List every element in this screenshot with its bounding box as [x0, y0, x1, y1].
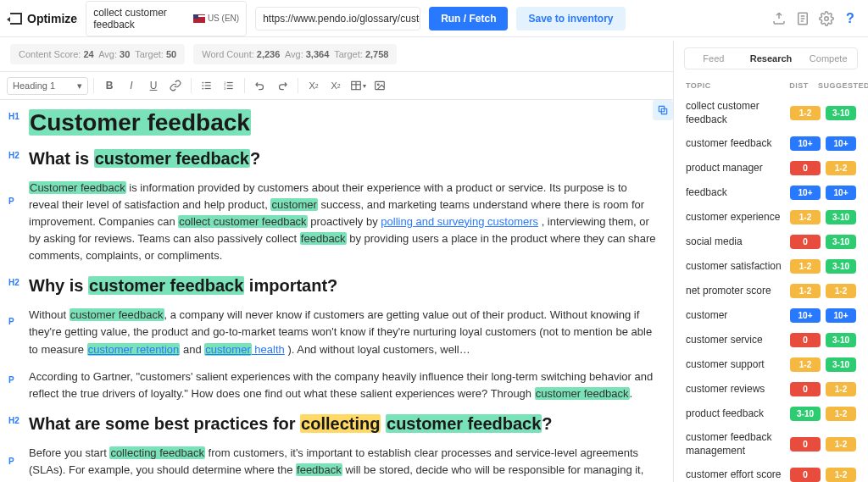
- topic-row[interactable]: customer satisfaction1-23-10: [674, 254, 868, 279]
- svg-point-4: [825, 16, 829, 20]
- suggested-badge: 10+: [826, 308, 856, 323]
- export-icon[interactable]: [771, 11, 787, 26]
- bold-button[interactable]: B: [99, 75, 120, 96]
- content-score-metric: Content Score: 24 Avg: 30 Target: 50: [10, 44, 185, 64]
- svg-text:3: 3: [224, 87, 225, 91]
- suggested-badge: 3-10: [826, 210, 856, 224]
- topic-row[interactable]: product feedback3-101-2: [674, 402, 868, 426]
- topic-name: feedback: [686, 186, 785, 200]
- subscript-button[interactable]: X2: [303, 75, 324, 96]
- sidebar: Feed Research Compete TOPIC DIST SUGGEST…: [673, 41, 868, 482]
- tab-research[interactable]: Research: [743, 48, 800, 69]
- paragraph[interactable]: Customer feedback is information provide…: [29, 180, 658, 265]
- dist-badge: 1-2: [790, 210, 821, 224]
- editor-area: Heading 1▾ B I U 123 X2 X2 ▾ H1 Customer…: [0, 71, 673, 482]
- svg-point-21: [377, 84, 379, 86]
- paragraph[interactable]: Before you start collecting feedback fro…: [29, 445, 658, 482]
- topic-name: customer service: [686, 334, 785, 347]
- dist-badge: 0: [790, 161, 821, 175]
- topic-row[interactable]: customer reviews01-2: [674, 377, 868, 402]
- logo-icon: [10, 13, 22, 25]
- keyword-input[interactable]: collect customer feedback US (EN): [86, 1, 247, 36]
- table-button[interactable]: ▾: [348, 75, 368, 96]
- topic-name: social media: [686, 235, 785, 249]
- redo-button[interactable]: [272, 75, 292, 96]
- dist-badge: 1-2: [790, 106, 821, 120]
- topic-row[interactable]: customer feedback management01-2: [674, 426, 868, 463]
- dist-badge: 0: [790, 235, 821, 249]
- document-icon[interactable]: [795, 11, 810, 26]
- dist-badge: 10+: [790, 186, 821, 200]
- dist-badge: 1-2: [790, 259, 821, 274]
- superscript-button[interactable]: X2: [326, 75, 346, 96]
- tab-feed[interactable]: Feed: [685, 48, 743, 69]
- image-button[interactable]: [370, 75, 390, 96]
- chevron-down-icon: ▾: [77, 80, 82, 91]
- editor-content[interactable]: H1 Customer feedback H2 What is customer…: [0, 100, 673, 482]
- dist-badge: 0: [790, 437, 821, 452]
- tag-h2: H2: [8, 151, 19, 160]
- topic-name: customer satisfaction: [686, 260, 785, 274]
- suggested-badge: 3-10: [826, 357, 856, 372]
- link[interactable]: polling and surveying customers: [381, 215, 538, 228]
- topic-row[interactable]: product manager01-2: [674, 156, 868, 180]
- dist-badge: 3-10: [790, 407, 821, 421]
- paragraph[interactable]: According to Gartner, "customers' salien…: [29, 368, 658, 402]
- topic-name: customer: [686, 309, 785, 323]
- numbered-list-button[interactable]: 123: [219, 75, 239, 96]
- svg-point-6: [202, 85, 203, 86]
- topic-name: customer effort score: [686, 468, 785, 482]
- link-button[interactable]: [165, 75, 186, 96]
- save-inventory-button[interactable]: Save to inventory: [516, 7, 625, 30]
- topic-row[interactable]: social media03-10: [674, 230, 868, 254]
- paragraph[interactable]: Without customer feedback, a company wil…: [29, 307, 658, 357]
- suggested-badge: 1-2: [826, 468, 856, 482]
- topic-name: customer experience: [686, 211, 785, 224]
- topic-name: collect customer feedback: [686, 100, 785, 126]
- heading-2[interactable]: What is customer feedback?: [29, 147, 260, 169]
- bullet-list-button[interactable]: [197, 75, 217, 96]
- topic-row[interactable]: customer feedback10+10+: [674, 131, 868, 156]
- heading-2[interactable]: Why is customer feedback important?: [29, 274, 337, 296]
- topic-name: customer reviews: [686, 383, 785, 396]
- svg-rect-14: [227, 82, 233, 83]
- heading-select[interactable]: Heading 1▾: [7, 77, 88, 95]
- tag-h1: H1: [8, 112, 19, 121]
- locale-badge[interactable]: US (EN): [193, 14, 239, 23]
- tag-h2: H2: [8, 278, 19, 287]
- flag-icon: [193, 14, 205, 23]
- run-fetch-button[interactable]: Run / Fetch: [429, 7, 508, 30]
- topic-row[interactable]: net promoter score1-21-2: [674, 279, 868, 303]
- topbar: Optimize collect customer feedback US (E…: [0, 0, 868, 37]
- svg-rect-16: [227, 88, 233, 89]
- italic-button[interactable]: I: [121, 75, 142, 96]
- svg-point-7: [202, 88, 203, 90]
- undo-button[interactable]: [250, 75, 270, 96]
- dist-badge: 0: [790, 333, 821, 347]
- help-icon[interactable]: ?: [843, 11, 858, 26]
- topic-row[interactable]: customer experience1-23-10: [674, 205, 868, 230]
- suggested-badge: 1-2: [826, 382, 856, 396]
- topic-row[interactable]: customer support1-23-10: [674, 352, 868, 377]
- topics-list[interactable]: collect customer feedback1-23-10customer…: [674, 95, 868, 482]
- suggested-badge: 3-10: [826, 259, 856, 274]
- underline-button[interactable]: U: [143, 75, 164, 96]
- topic-row[interactable]: customer service03-10: [674, 328, 868, 352]
- dist-badge: 0: [790, 468, 821, 482]
- topic-name: product manager: [686, 162, 785, 175]
- topic-row[interactable]: collect customer feedback1-23-10: [674, 95, 868, 131]
- dist-badge: 0: [790, 382, 821, 396]
- topic-name: product feedback: [686, 407, 785, 421]
- heading-2[interactable]: What are some best practices for collect…: [29, 413, 553, 435]
- suggested-badge: 10+: [826, 136, 856, 151]
- suggested-badge: 3-10: [826, 106, 856, 120]
- url-input[interactable]: https://www.pendo.io/glossary/customer-f…: [255, 7, 420, 30]
- heading-1[interactable]: Customer feedback: [29, 108, 251, 137]
- topic-row[interactable]: customer10+10+: [674, 303, 868, 328]
- topic-row[interactable]: feedback10+10+: [674, 180, 868, 205]
- tab-compete[interactable]: Compete: [799, 48, 857, 69]
- topic-row[interactable]: customer effort score01-2: [674, 463, 868, 482]
- tag-p: P: [8, 375, 14, 385]
- suggested-badge: 1-2: [826, 437, 856, 452]
- settings-icon[interactable]: [819, 11, 834, 26]
